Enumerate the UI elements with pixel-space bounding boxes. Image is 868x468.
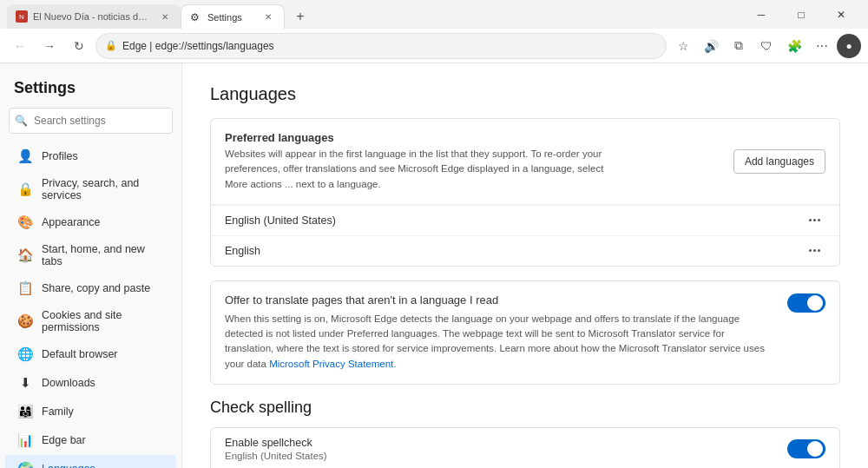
sidebar-item-label: Edge bar [42,434,86,446]
start-home-icon: 🏠 [17,247,33,263]
sidebar-item-default-browser[interactable]: 🌐 Default browser [5,340,176,368]
tab-news[interactable]: N El Nuevo Día - noticias de últim... ✕ [7,4,181,29]
settings-more-icon[interactable]: ⋯ [809,33,835,59]
sidebar-item-family[interactable]: 👨‍👩‍👧 Family [5,398,176,425]
tab-settings-favicon: ⚙ [190,11,202,23]
browser-window: N El Nuevo Día - noticias de últim... ✕ … [0,0,868,468]
sidebar-item-start-home[interactable]: 🏠 Start, home, and new tabs [5,237,176,274]
favorites-icon[interactable]: ☆ [670,33,696,59]
language-more-button-0[interactable] [804,215,825,225]
enable-spellcheck-toggle[interactable] [787,439,825,458]
sidebar-item-share-copy[interactable]: 📋 Share, copy and paste [5,274,176,302]
sidebar-item-label: Share, copy and paste [42,282,150,294]
downloads-icon: ⬇ [17,375,33,391]
main-area: Settings 🔍 👤 Profiles 🔒 Privacy, search,… [0,63,868,468]
forward-button[interactable]: → [36,33,62,59]
language-row-english-us: English (United States) [211,205,839,235]
enable-spellcheck-sublabel: English (United States) [225,451,327,461]
language-name: English (United States) [225,214,336,227]
sidebar-item-label: Default browser [42,348,118,360]
tab-settings-label: Settings [207,12,256,23]
sidebar-item-label: Family [42,405,74,418]
page-title: Languages [210,84,840,104]
sidebar-item-downloads[interactable]: ⬇ Downloads [5,369,176,397]
more-dot [813,249,816,252]
more-dot [818,249,820,252]
translate-toggle[interactable] [787,293,825,313]
share-copy-icon: 📋 [17,280,33,296]
sidebar: Settings 🔍 👤 Profiles 🔒 Privacy, search,… [0,63,182,468]
more-dot [818,219,820,221]
sidebar-item-label: Appearance [42,216,100,228]
language-name: English [225,245,260,257]
sidebar-item-label: Languages [42,463,95,468]
search-icon: 🔍 [15,115,28,127]
sidebar-title: Settings [0,72,181,108]
privacy-icon: 🔒 [17,181,33,197]
enable-spellcheck-text: Enable spellcheck English (United States… [225,437,327,461]
languages-icon: 🌍 [17,461,33,468]
sidebar-item-privacy[interactable]: 🔒 Privacy, search, and services [5,171,176,208]
search-box: 🔍 [9,108,173,134]
address-bar[interactable]: 🔒 Edge | edge://settings/languages [95,33,667,59]
new-tab-button[interactable]: + [288,4,312,29]
preferred-languages-title: Preferred languages [225,131,615,144]
read-aloud-icon[interactable]: 🔊 [698,33,724,59]
preferred-languages-description: Websites will appear in the first langua… [225,147,615,192]
profile-button[interactable]: ● [837,34,861,58]
family-icon: 👨‍👩‍👧 [17,404,33,419]
browser-essentials-icon[interactable]: 🛡 [753,33,779,59]
cookies-icon: 🍪 [17,313,33,329]
enable-spellcheck-row: Enable spellcheck English (United States… [211,428,839,468]
sidebar-item-label: Start, home, and new tabs [42,243,164,267]
enable-spellcheck-toggle-slider [787,439,825,458]
language-row-english: English [211,235,839,266]
more-dot [813,219,816,221]
more-dot [809,219,812,221]
tab-settings[interactable]: ⚙ Settings ✕ [181,4,285,29]
collections-icon[interactable]: ⧉ [726,33,752,59]
refresh-button[interactable]: ↻ [66,33,92,59]
language-more-button-1[interactable] [804,246,825,255]
tab-news-close[interactable]: ✕ [158,10,172,23]
sidebar-item-label: Profiles [42,150,78,162]
extensions-icon[interactable]: 🧩 [781,33,807,59]
preferred-languages-header: Preferred languages Websites will appear… [211,119,839,205]
address-lock-icon: 🔒 [105,40,117,51]
sidebar-item-languages[interactable]: 🌍 Languages [5,455,176,468]
sidebar-item-edge-bar[interactable]: 📊 Edge bar [5,426,176,454]
back-button[interactable]: ← [7,33,33,59]
tab-bar: N El Nuevo Día - noticias de últim... ✕ … [7,0,741,29]
sidebar-item-label: Privacy, search, and services [42,177,164,201]
address-text: Edge | edge://settings/languages [122,40,274,52]
appearance-icon: 🎨 [17,214,33,230]
spellcheck-card: Enable spellcheck English (United States… [210,427,840,468]
minimize-button[interactable]: ─ [741,0,781,29]
title-bar: N El Nuevo Día - noticias de últim... ✕ … [0,0,868,29]
search-input[interactable] [9,108,173,134]
translate-toggle-slider [787,293,825,313]
close-button[interactable]: ✕ [821,0,861,29]
tab-settings-close[interactable]: ✕ [261,10,275,24]
default-browser-icon: 🌐 [17,346,33,362]
profiles-icon: 👤 [17,148,33,164]
toolbar-actions: ☆ 🔊 ⧉ 🛡 🧩 ⋯ ● [670,33,861,59]
more-dot [809,249,812,252]
preferred-languages-header-text: Preferred languages Websites will appear… [225,131,615,192]
translate-section-text: Offer to translate pages that aren't in … [225,293,773,372]
translate-description: When this setting is on, Microsoft Edge … [225,312,773,372]
sidebar-item-appearance[interactable]: 🎨 Appearance [5,208,176,236]
window-controls: ─ □ ✕ [741,0,861,29]
edge-bar-icon: 📊 [17,432,33,448]
enable-spellcheck-label: Enable spellcheck [225,437,327,449]
content-area: Languages Preferred languages Websites w… [182,63,868,468]
sidebar-item-profiles[interactable]: 👤 Profiles [5,142,176,170]
add-languages-button[interactable]: Add languages [733,149,825,174]
sidebar-item-label: Cookies and site permissions [42,309,164,333]
sidebar-item-label: Downloads [42,377,95,389]
privacy-statement-link[interactable]: Microsoft Privacy Statement [269,359,393,369]
preferred-languages-card: Preferred languages Websites will appear… [210,118,840,267]
tab-news-favicon: N [16,10,28,23]
sidebar-item-cookies[interactable]: 🍪 Cookies and site permissions [5,303,176,339]
maximize-button[interactable]: □ [781,0,821,29]
